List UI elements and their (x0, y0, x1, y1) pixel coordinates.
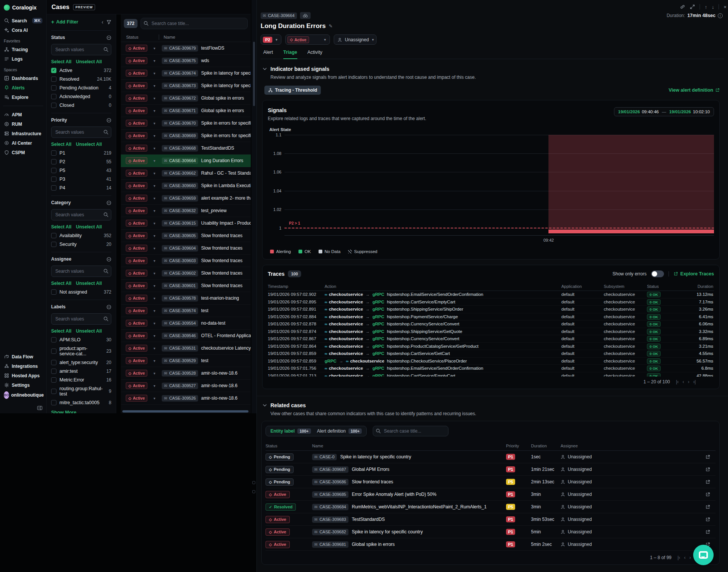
checkbox[interactable] (51, 233, 56, 238)
open-case-icon[interactable] (655, 530, 716, 534)
chevron-down-icon[interactable]: ▾ (153, 271, 155, 275)
checkbox[interactable] (51, 185, 56, 191)
case-row[interactable]: ◇Active ▾ ✉CASE-309578 test-marion-traci… (121, 292, 251, 305)
case-row[interactable]: ◇Active ▾ ✉CASE-309601 Slow frontend tra… (121, 280, 251, 292)
tab-entity-label[interactable]: Entity label100+ (270, 428, 311, 434)
case-row[interactable]: ◇Active ▾ ✉CASE-309679 testFlowDS (121, 42, 251, 55)
filter-search-input[interactable] (51, 209, 111, 220)
select-all-link[interactable]: Select All (51, 142, 72, 147)
sidebar-item-hosted-apps[interactable]: Hosted Apps (3, 371, 43, 380)
trace-row[interactable]: 19/01/2026 09:57:02.859 gRPC → checkouts… (268, 358, 714, 365)
sidebar-item-apm[interactable]: APM (3, 110, 43, 119)
chevron-down-icon[interactable]: ▾ (153, 384, 155, 388)
case-row[interactable]: ◇Active ▾ ✉CASE-309662 Rahul - GC - Test… (121, 167, 251, 180)
case-row[interactable]: ◇Active ▾ ✉CASE-309674 Spike in latency … (121, 67, 251, 80)
open-case-icon[interactable] (655, 505, 716, 509)
filter-option[interactable]: Availability352 (51, 233, 111, 238)
collapse-section-icon[interactable] (106, 35, 111, 40)
chevron-down-icon[interactable]: ▾ (153, 221, 155, 225)
sidebar-item-rum[interactable]: RUM (3, 119, 43, 129)
sidebar-item-cora-ai[interactable]: Cora AI (3, 25, 43, 35)
filter-search-input[interactable] (51, 127, 111, 138)
open-case-icon[interactable] (655, 517, 716, 522)
collapse-filters-icon[interactable]: ‹ (102, 19, 103, 25)
chevron-down-icon[interactable]: ▾ (153, 209, 155, 213)
select-all-link[interactable]: Select All (51, 59, 72, 64)
case-row[interactable]: ◇Active ▾ ✉CASE-309671 Global spike in e… (121, 105, 251, 117)
horizontal-scrollbar[interactable] (122, 410, 248, 413)
chevron-down-icon[interactable]: ▾ (153, 121, 155, 125)
filter-option[interactable]: Metric:Error16 (51, 377, 111, 383)
chat-widget-button[interactable] (693, 545, 714, 565)
filter-option[interactable]: P255 (51, 159, 111, 164)
chevron-down-icon[interactable]: ▾ (153, 284, 155, 288)
filter-option[interactable]: Closed0 (51, 103, 111, 108)
checkbox[interactable] (51, 150, 56, 156)
case-search-input[interactable] (141, 18, 248, 29)
related-case-row[interactable]: Active ✉CASE-309681 Global spike in erro… (266, 538, 716, 551)
case-row[interactable]: ◇Active ▾ ✉CASE-309632 test_preview (121, 205, 251, 217)
tab-triage[interactable]: Triage (283, 50, 297, 59)
filter-search-input[interactable] (51, 266, 111, 277)
trace-row[interactable]: 19/01/2026 09:57:01.713 checkoutservice … (268, 372, 714, 377)
related-case-row[interactable]: Active ✉CASE-309685 Error Spike Anomaly … (266, 488, 716, 501)
sidebar-item-integrations[interactable]: Integrations (3, 361, 43, 371)
checkbox[interactable] (51, 94, 56, 99)
edit-title-icon[interactable]: ✎ (329, 23, 333, 29)
collapse-chevron-icon[interactable] (262, 403, 267, 408)
rail-icon[interactable] (252, 490, 255, 493)
filter-option[interactable]: APM:SLO30 (51, 337, 111, 342)
sidebar-item-cspm[interactable]: CSPM (3, 148, 43, 157)
checkbox[interactable] (51, 389, 56, 394)
filter-option[interactable]: Resolved24.10K (51, 77, 111, 82)
case-row[interactable]: ◇Active ▾ ✉CASE-309664 Long Duration Err… (121, 155, 251, 167)
open-case-icon[interactable] (655, 480, 716, 484)
time-range-chip[interactable]: 19/01/2026 09:40:46 — 19/01/2026 10:02:1… (614, 107, 714, 116)
next-page-icon[interactable]: › (688, 379, 689, 384)
case-row[interactable]: ◇Active ▾ ✉CASE-309531 checkoutservice L… (121, 342, 251, 355)
collapse-section-icon[interactable] (106, 257, 111, 262)
chevron-down-icon[interactable]: ▾ (153, 396, 155, 400)
panel-divider-rail[interactable] (252, 0, 256, 413)
tab-alert[interactable]: Alert (263, 50, 273, 59)
case-row[interactable]: ◇Active ▾ ✉CASE-309529 test (121, 355, 251, 367)
chevron-down-icon[interactable]: ▾ (153, 309, 155, 313)
trace-row[interactable]: 19/01/2026 09:57:02.895 checkoutservice … (268, 299, 714, 306)
collapse-sidebar-icon[interactable] (37, 406, 42, 410)
chevron-down-icon[interactable]: ▾ (153, 359, 155, 363)
unselect-all-link[interactable]: Unselect All (76, 224, 102, 230)
chevron-down-icon[interactable]: ▾ (153, 71, 155, 75)
chevron-down-icon[interactable]: ▾ (153, 296, 155, 300)
checkbox[interactable] (51, 369, 56, 374)
case-row[interactable]: ◇Active ▾ ✉CASE-309659 alert example 2- … (121, 192, 251, 205)
case-row[interactable]: ◇Active ▾ ✉CASE-309574 test (121, 305, 251, 317)
case-row[interactable]: ◇Active ▾ ✉CASE-309668 TestStandardDS (121, 142, 251, 155)
chevron-down-icon[interactable]: ▾ (153, 59, 155, 63)
filter-search-input[interactable] (51, 313, 111, 325)
chevron-down-icon[interactable]: ▾ (153, 46, 155, 50)
checkbox[interactable] (51, 159, 56, 164)
checkbox[interactable] (51, 377, 56, 383)
case-row[interactable]: ◇Active ▾ ✉CASE-309554 no-data-test (121, 317, 251, 330)
checkbox[interactable] (51, 103, 56, 108)
chevron-down-icon[interactable]: ▾ (153, 159, 155, 163)
case-row[interactable]: ◇Active ▾ ✉CASE-309527 amir-slo-new-18.6 (121, 380, 251, 392)
filter-option[interactable]: routing.group:Rahul-test9 (51, 386, 111, 397)
chevron-down-icon[interactable]: ▾ (153, 246, 155, 250)
sidebar-item-ai-center[interactable]: AI Center (3, 138, 43, 148)
last-page-icon[interactable]: ›| (693, 379, 696, 384)
sidebar-item-dashboards[interactable]: Dashboards (3, 73, 43, 83)
filter-option[interactable]: Acknowledged0 (51, 94, 111, 99)
related-case-row[interactable]: Pending ✉CASE-0 Spike in latency for spe… (266, 451, 716, 463)
explore-traces-button[interactable]: Explore Traces (673, 271, 714, 277)
checkbox[interactable] (51, 289, 56, 295)
funnel-icon[interactable] (106, 20, 111, 25)
first-page-icon[interactable]: |‹ (676, 379, 679, 384)
priority-dropdown[interactable]: P2 ▾ (261, 34, 281, 45)
filter-option[interactable]: P341 (51, 177, 111, 182)
related-case-row[interactable]: Active ✉CASE-309682 Spike in latency for… (266, 526, 716, 538)
related-case-row[interactable]: Pending ✉CASE-309686 Slow frontend trace… (266, 476, 716, 488)
sidebar-item-settings[interactable]: Settings (3, 380, 43, 390)
signal-type-chip[interactable]: Tracing - Threshold (264, 86, 321, 95)
open-case-icon[interactable] (655, 455, 716, 459)
